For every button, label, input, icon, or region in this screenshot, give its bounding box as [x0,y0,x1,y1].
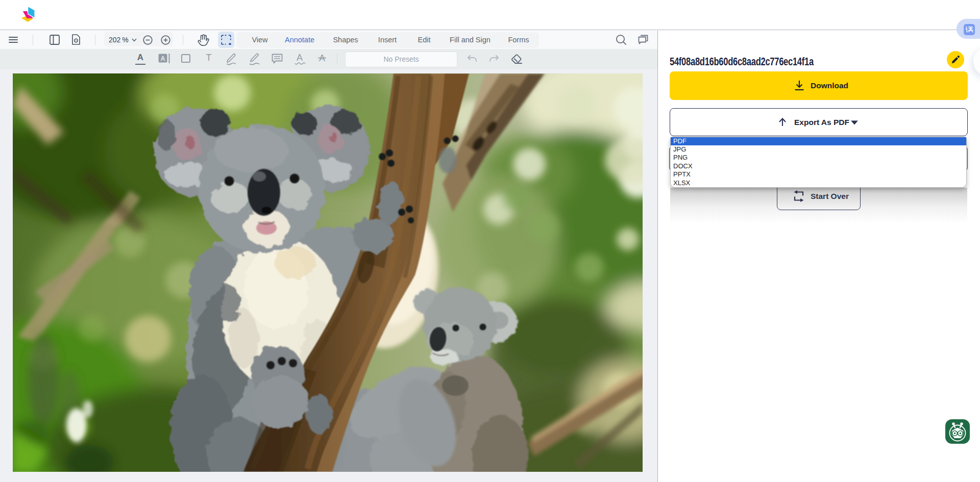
svg-text:A: A [297,53,303,63]
svg-text:A: A [161,55,165,62]
